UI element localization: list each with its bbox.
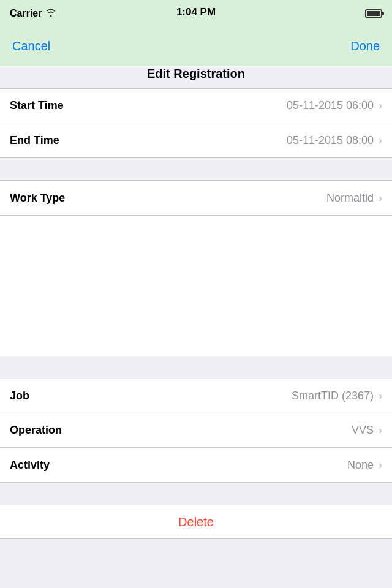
job-right: SmartTID (2367) › bbox=[292, 390, 382, 402]
start-time-row[interactable]: Start Time 05-11-2015 06:00 › bbox=[0, 89, 392, 123]
status-battery bbox=[365, 9, 382, 18]
operation-row[interactable]: Operation VVS › bbox=[0, 413, 392, 448]
job-row[interactable]: Job SmartTID (2367) › bbox=[0, 379, 392, 413]
activity-label: Activity bbox=[10, 459, 50, 472]
done-button[interactable]: Done bbox=[348, 34, 382, 58]
work-type-value: Normaltid bbox=[326, 192, 374, 205]
operation-chevron-icon: › bbox=[379, 424, 382, 437]
delete-section[interactable]: Delete bbox=[0, 505, 392, 539]
start-time-label: Start Time bbox=[10, 99, 64, 112]
job-label: Job bbox=[10, 390, 29, 402]
nav-bar: Cancel Edit Registration Done bbox=[0, 27, 392, 66]
cancel-button[interactable]: Cancel bbox=[10, 34, 53, 58]
delete-button[interactable]: Delete bbox=[178, 515, 214, 529]
time-section: Start Time 05-11-2015 06:00 › End Time 0… bbox=[0, 88, 392, 158]
status-time: 1:04 PM bbox=[176, 6, 216, 18]
activity-value: None bbox=[347, 459, 374, 472]
wifi-icon bbox=[45, 8, 56, 19]
empty-area bbox=[0, 216, 392, 356]
work-type-chevron-icon: › bbox=[379, 192, 382, 205]
operation-value: VVS bbox=[352, 424, 374, 437]
battery-icon bbox=[365, 9, 382, 18]
section-gap-2 bbox=[0, 158, 392, 180]
section-gap-3 bbox=[0, 356, 392, 379]
activity-row[interactable]: Activity None › bbox=[0, 448, 392, 482]
end-time-chevron-icon: › bbox=[379, 134, 382, 147]
work-type-right: Normaltid › bbox=[326, 192, 382, 205]
end-time-right: 05-11-2015 08:00 › bbox=[287, 134, 382, 147]
status-bar: Carrier 1:04 PM bbox=[0, 0, 392, 27]
operation-right: VVS › bbox=[352, 424, 382, 437]
start-time-value: 05-11-2015 06:00 bbox=[287, 99, 374, 112]
work-type-row[interactable]: Work Type Normaltid › bbox=[0, 181, 392, 215]
job-section: Job SmartTID (2367) › Operation VVS › Ac… bbox=[0, 379, 392, 483]
activity-chevron-icon: › bbox=[379, 459, 382, 472]
content-area: Start Time 05-11-2015 06:00 › End Time 0… bbox=[0, 66, 392, 539]
carrier-label: Carrier bbox=[10, 8, 42, 19]
start-time-chevron-icon: › bbox=[379, 99, 382, 112]
page-title: Edit Registration bbox=[147, 54, 245, 93]
job-value: SmartTID (2367) bbox=[292, 390, 374, 402]
operation-label: Operation bbox=[10, 424, 62, 437]
end-time-label: End Time bbox=[10, 134, 59, 147]
section-gap-4 bbox=[0, 483, 392, 505]
end-time-row[interactable]: End Time 05-11-2015 08:00 › bbox=[0, 123, 392, 157]
activity-right: None › bbox=[347, 459, 382, 472]
work-type-label: Work Type bbox=[10, 192, 65, 205]
start-time-right: 05-11-2015 06:00 › bbox=[287, 99, 382, 112]
end-time-value: 05-11-2015 08:00 bbox=[287, 134, 374, 147]
job-chevron-icon: › bbox=[379, 390, 382, 402]
status-carrier: Carrier bbox=[10, 8, 56, 19]
work-type-section: Work Type Normaltid › bbox=[0, 180, 392, 216]
